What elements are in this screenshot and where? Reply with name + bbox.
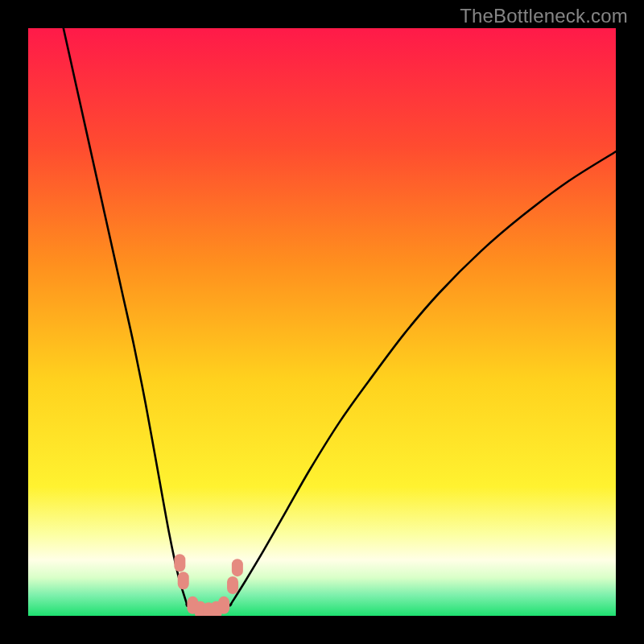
marker-capsule [227, 576, 238, 594]
marker-capsule [178, 572, 189, 589]
marker-capsule [232, 559, 243, 576]
valley-markers [174, 554, 243, 616]
marker-capsule [218, 597, 229, 614]
curve-layer [28, 28, 616, 616]
outer-frame: TheBottleneck.com [0, 0, 644, 644]
plot-area [28, 28, 616, 616]
watermark-text: TheBottleneck.com [460, 5, 628, 27]
bottleneck-curve [64, 28, 616, 613]
marker-capsule [174, 554, 185, 572]
